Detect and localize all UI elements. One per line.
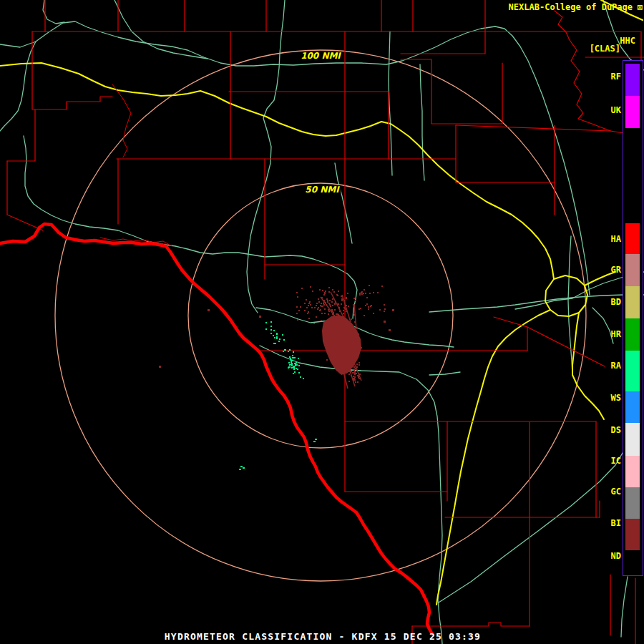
echo-pixel bbox=[289, 364, 291, 366]
echo-pixel bbox=[323, 304, 325, 306]
echo-pixel bbox=[343, 310, 344, 311]
echo-pixel bbox=[273, 343, 275, 344]
echo-pixel bbox=[349, 369, 351, 371]
echo-pixel bbox=[384, 311, 385, 312]
echo-pixel bbox=[353, 343, 355, 344]
echo-pixel bbox=[357, 381, 358, 383]
echo-pixel bbox=[291, 367, 293, 369]
echo-pixel bbox=[338, 303, 339, 305]
echo-pixel bbox=[316, 305, 317, 306]
echo-pixel bbox=[343, 346, 344, 348]
legend-label-uk: UK bbox=[611, 106, 621, 114]
radar-map[interactable] bbox=[0, 0, 644, 644]
echo-pixel bbox=[361, 291, 363, 293]
echo-pixel bbox=[358, 333, 359, 335]
echo-pixel bbox=[338, 324, 339, 326]
echo-pixel bbox=[335, 335, 336, 336]
echo-pixel bbox=[298, 358, 299, 359]
echo-pixel bbox=[346, 350, 348, 351]
echo-pixel bbox=[348, 343, 349, 344]
window-icon[interactable]: ⊠ bbox=[638, 2, 643, 12]
echo-pixel bbox=[318, 307, 319, 308]
echo-pixel bbox=[366, 303, 368, 305]
echo-pixel bbox=[368, 308, 369, 310]
echo-pixel bbox=[298, 372, 300, 374]
echo-pixel bbox=[316, 303, 318, 304]
echo-pixel bbox=[336, 336, 338, 337]
echo-pixel bbox=[337, 343, 338, 344]
echo-pixel bbox=[332, 341, 333, 342]
status-bar: HYDROMETEOR CLASSIFICATION - KDFX 15 DEC… bbox=[165, 631, 481, 642]
echo-pixel bbox=[283, 351, 284, 352]
echo-pixel bbox=[354, 376, 356, 378]
echo-pixel bbox=[337, 295, 338, 296]
echo-pixel bbox=[303, 378, 304, 379]
echo-pixel bbox=[336, 321, 338, 323]
echo-pixel bbox=[331, 348, 332, 350]
echo-pixel bbox=[349, 341, 351, 343]
echo-pixel bbox=[345, 334, 346, 336]
echo-pixel bbox=[341, 300, 343, 301]
classification-legend bbox=[623, 60, 643, 576]
legend-label-ra: RA bbox=[611, 361, 621, 370]
echo-pixel bbox=[312, 291, 313, 292]
echo-pixel bbox=[326, 298, 328, 300]
echo-pixel bbox=[297, 296, 298, 298]
echo-pixel bbox=[355, 371, 356, 372]
echo-pixel bbox=[278, 341, 280, 342]
echo-pixel bbox=[291, 360, 293, 361]
echo-pixel bbox=[358, 364, 360, 366]
echo-pixel bbox=[330, 321, 331, 322]
echo-pixel bbox=[365, 305, 366, 306]
echo-dot-rain bbox=[243, 467, 245, 469]
product-mode-label: [CLAS] bbox=[590, 44, 620, 53]
echo-pixel bbox=[301, 288, 303, 289]
echo-pixel bbox=[285, 349, 286, 351]
echo-pixel bbox=[320, 309, 321, 311]
legend-swatch-ws bbox=[625, 391, 640, 423]
echo-pixel bbox=[298, 310, 300, 311]
echo-pixel bbox=[276, 336, 278, 338]
echo-pixel bbox=[300, 306, 301, 308]
echo-pixel bbox=[346, 372, 347, 374]
echo-pixel bbox=[319, 289, 321, 291]
echo-pixel bbox=[346, 311, 347, 312]
echo-pixel bbox=[282, 334, 283, 336]
echo-pixel bbox=[275, 343, 276, 344]
echo-pixel bbox=[293, 369, 295, 370]
echo-pixel bbox=[270, 321, 272, 323]
echo-pixel bbox=[320, 305, 321, 306]
echo-pixel bbox=[346, 356, 347, 358]
echo-pixel bbox=[336, 340, 337, 341]
echo-pixel bbox=[322, 306, 323, 307]
echo-pixel bbox=[293, 373, 294, 374]
echo-pixel bbox=[318, 298, 319, 300]
echo-pixel bbox=[323, 303, 324, 304]
echo-pixel bbox=[265, 322, 267, 323]
echo-pixel bbox=[348, 371, 350, 372]
echo-pixel bbox=[356, 364, 358, 365]
range-ring-label-50nmi: 50 NMI bbox=[303, 185, 341, 194]
echo-pixel bbox=[353, 341, 354, 343]
echo-pixel bbox=[293, 357, 295, 358]
echo-pixel bbox=[289, 356, 291, 358]
echo-pixel bbox=[356, 373, 357, 374]
echo-pixel bbox=[354, 321, 356, 323]
legend-swatch-ha bbox=[625, 223, 640, 254]
legend-swatch-bd bbox=[625, 286, 640, 318]
echo-pixel bbox=[351, 334, 353, 336]
legend-swatch-gc bbox=[625, 487, 640, 519]
legend-label-bi: BI bbox=[611, 519, 621, 527]
echo-pixel bbox=[355, 300, 356, 301]
echo-pixel bbox=[342, 322, 343, 323]
echo-pixel bbox=[332, 298, 333, 300]
echo-pixel bbox=[351, 361, 353, 363]
echo-pixel bbox=[324, 344, 326, 346]
echo-pixel bbox=[359, 374, 361, 375]
echo-pixel bbox=[328, 309, 329, 311]
echo-dot-bio bbox=[208, 309, 210, 311]
echo-pixel bbox=[355, 368, 356, 369]
echo-pixel bbox=[349, 367, 351, 369]
echo-pixel bbox=[273, 330, 275, 331]
echo-pixel bbox=[348, 381, 350, 382]
